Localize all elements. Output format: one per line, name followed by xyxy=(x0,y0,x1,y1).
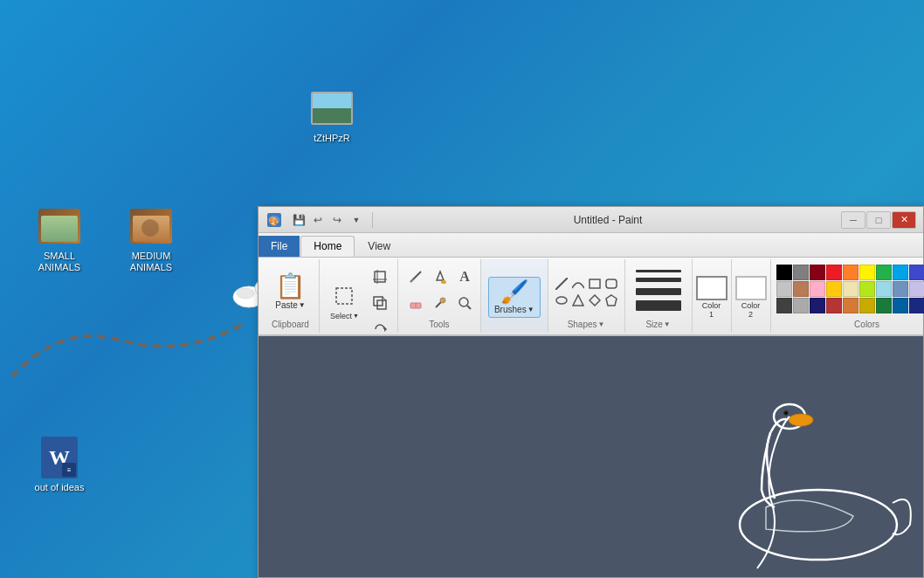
ribbon-group-palette: Colors xyxy=(771,259,924,333)
svg-point-36 xyxy=(785,412,788,415)
size-group-content xyxy=(632,261,685,320)
shapes-group-content xyxy=(554,261,619,320)
tab-file[interactable]: File xyxy=(259,236,300,257)
customize-qa-button[interactable]: ▼ xyxy=(348,211,365,229)
svg-rect-13 xyxy=(377,300,386,309)
curve-shape-button[interactable] xyxy=(570,276,586,292)
swatch-steelblue[interactable] xyxy=(893,281,908,297)
icon-image-tztpzr xyxy=(311,87,353,129)
brushes-button[interactable]: 🖌️ Brushes▼ xyxy=(488,277,541,318)
roundrect-shape-button[interactable] xyxy=(603,276,619,292)
line-shape-button[interactable] xyxy=(554,276,569,292)
icon-label-medium-animals: MEDIUMANIMALS xyxy=(130,251,172,273)
swatch-darkblue[interactable] xyxy=(909,265,924,280)
swatch-royalblue[interactable] xyxy=(893,298,908,313)
text-tool-button[interactable]: A xyxy=(452,265,477,289)
maximize-button[interactable]: □ xyxy=(866,211,891,229)
magnify-tool-button[interactable] xyxy=(452,291,477,315)
desktop-icon-small-animals[interactable]: SMALLANIMALS xyxy=(24,205,94,273)
resize-button[interactable] xyxy=(368,291,392,315)
eraser-tool-button[interactable] xyxy=(403,291,428,315)
desktop-icon-medium-animals[interactable]: MEDIUMANIMALS xyxy=(116,205,186,273)
minimize-button[interactable]: ─ xyxy=(841,211,865,229)
paste-button[interactable]: 📋 Paste▼ xyxy=(269,271,312,313)
close-button[interactable]: ✕ xyxy=(892,211,916,229)
swatch-darkyellow[interactable] xyxy=(859,298,875,313)
swatch-brown[interactable] xyxy=(793,281,809,297)
svg-rect-26 xyxy=(590,279,600,288)
pentagon-shape-button[interactable] xyxy=(603,292,619,308)
svg-rect-9 xyxy=(375,272,385,282)
swatch-green[interactable] xyxy=(876,265,892,280)
swatch-lavender[interactable] xyxy=(909,281,924,297)
desktop: tZtHPzR SMALLANIMALS MEDIUMANIMALS xyxy=(0,0,924,578)
color1-button[interactable] xyxy=(696,276,727,300)
size-1-button[interactable] xyxy=(636,270,681,272)
paint-window: 🎨 💾 ↩ ↪ ▼ Untitled - Paint ─ □ ✕ File H xyxy=(258,206,924,578)
crop-button[interactable] xyxy=(368,265,392,289)
diamond-shape-button[interactable] xyxy=(587,292,603,308)
desktop-icon-word[interactable]: W ≡ out of ideas xyxy=(24,437,94,493)
pencil-tool-button[interactable] xyxy=(403,265,428,289)
paint-app-icon: 🎨 xyxy=(265,211,283,229)
color-palette xyxy=(776,261,924,320)
dotted-trail xyxy=(9,288,253,402)
swatch-darkred2[interactable] xyxy=(826,298,842,313)
swatch-darkgray[interactable] xyxy=(776,298,792,313)
swatch-indigo[interactable] xyxy=(909,298,924,313)
icon-folder-small-animals xyxy=(38,205,80,247)
swatch-darkgreen[interactable] xyxy=(876,298,892,313)
size-3-button[interactable] xyxy=(636,288,681,295)
color2-button[interactable] xyxy=(735,276,767,300)
desktop-icon-tztpzr[interactable]: tZtHPzR xyxy=(297,87,367,144)
ribbon-group-brushes: 🖌️ Brushes▼ xyxy=(481,259,548,333)
triangle-shape-button[interactable] xyxy=(570,292,586,308)
color-swatches-extra xyxy=(776,298,924,313)
swatch-blue[interactable] xyxy=(893,265,908,280)
brushes-label: Brushes▼ xyxy=(494,305,534,314)
swatch-orange[interactable] xyxy=(843,265,858,280)
paste-icon: 📋 xyxy=(275,274,306,299)
size-group-label: Size▼ xyxy=(645,320,670,331)
tab-view[interactable]: View xyxy=(355,236,403,257)
canvas-area[interactable] xyxy=(259,336,923,577)
swatch-gray[interactable] xyxy=(793,265,809,280)
clipboard-group-label: Clipboard xyxy=(272,320,309,331)
tools-group-label: Tools xyxy=(429,320,449,331)
swatch-lime[interactable] xyxy=(859,281,875,297)
color1-label: Color1 xyxy=(702,302,721,320)
swatch-cream[interactable] xyxy=(843,281,858,297)
swatch-yellow[interactable] xyxy=(859,265,875,280)
clipboard-group-buttons: 📋 Paste▼ xyxy=(269,261,312,320)
paste-label: Paste▼ xyxy=(275,300,306,310)
fill-tool-button[interactable] xyxy=(428,265,452,289)
size-2-button[interactable] xyxy=(636,278,681,282)
rect-shape-button[interactable] xyxy=(587,276,603,292)
brushes-icon: 🖌️ xyxy=(500,280,528,303)
ribbon-group-tools: A xyxy=(398,259,481,333)
redo-button[interactable]: ↪ xyxy=(328,211,346,229)
tab-home[interactable]: Home xyxy=(300,236,355,257)
swatch-gold[interactable] xyxy=(826,281,842,297)
save-button[interactable]: 💾 xyxy=(290,211,307,229)
window-controls: ─ □ ✕ xyxy=(841,211,916,229)
icon-label-small-animals: SMALLANIMALS xyxy=(38,251,80,273)
swatch-darkred[interactable] xyxy=(810,265,825,280)
swatch-lightgray[interactable] xyxy=(776,281,792,297)
swatch-red[interactable] xyxy=(826,265,842,280)
size-4-button[interactable] xyxy=(636,300,681,311)
swatch-lightblue[interactable] xyxy=(876,281,892,297)
swatch-darkorange[interactable] xyxy=(843,298,858,313)
swatch-medgray[interactable] xyxy=(793,298,809,313)
swatch-pink[interactable] xyxy=(810,281,825,297)
swatch-navy[interactable] xyxy=(810,298,825,313)
swatch-black[interactable] xyxy=(776,265,792,280)
color-picker-tool-button[interactable] xyxy=(428,291,452,315)
ellipse-shape-button[interactable] xyxy=(554,292,569,308)
window-title: Untitled - Paint xyxy=(380,214,836,226)
svg-point-4 xyxy=(237,288,254,299)
select-button[interactable]: Select▼ xyxy=(325,283,364,324)
svg-marker-31 xyxy=(606,295,617,306)
icon-word-doc: W ≡ xyxy=(38,437,80,478)
undo-button[interactable]: ↩ xyxy=(309,211,327,229)
